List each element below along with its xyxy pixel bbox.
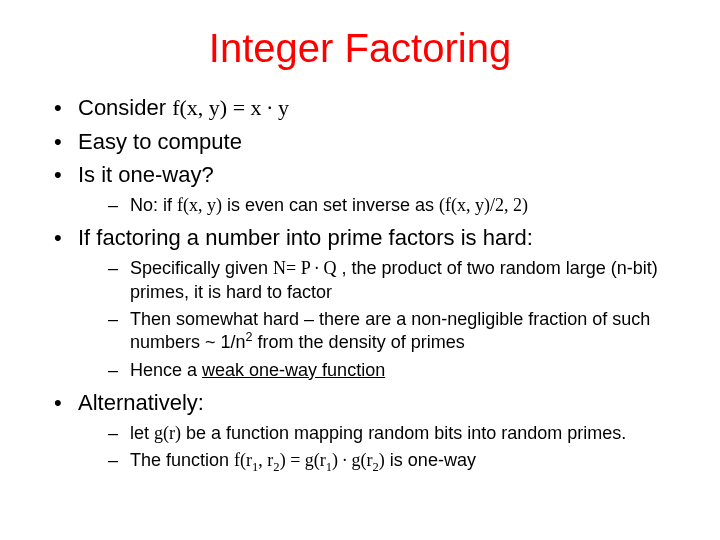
- sublist: No: if f(x, y) is even can set inverse a…: [78, 194, 680, 217]
- expr: (f(x, y)/2, 2): [439, 195, 528, 215]
- slide-title: Integer Factoring: [40, 26, 680, 71]
- expr: g(r): [154, 423, 181, 443]
- underline-weak: weak one-way function: [202, 360, 385, 380]
- text: Hence a: [130, 360, 202, 380]
- sub-let-gr: let g(r) be a function mapping random bi…: [78, 422, 680, 445]
- bullet-oneway: Is it one-way? No: if f(x, y) is even ca…: [40, 160, 680, 217]
- text: from the density of primes: [253, 332, 465, 352]
- text: is one-way: [385, 450, 476, 470]
- sub-hence: Hence a weak one-way function: [78, 359, 680, 382]
- expr: N= P · Q: [273, 258, 337, 278]
- text: If factoring a number into prime factors…: [78, 225, 533, 250]
- expr: f(x, y) = x · y: [172, 95, 289, 120]
- bullet-easy: Easy to compute: [40, 127, 680, 157]
- sublist: let g(r) be a function mapping random bi…: [78, 422, 680, 473]
- text: Alternatively:: [78, 390, 204, 415]
- text: No: if: [130, 195, 177, 215]
- bullet-consider: Consider f(x, y) = x · y: [40, 93, 680, 123]
- bullet-alternatively: Alternatively: let g(r) be a function ma…: [40, 388, 680, 472]
- sub-somewhat-hard: Then somewhat hard – there are a non-neg…: [78, 308, 680, 355]
- text: The function: [130, 450, 234, 470]
- t: ) = g(r: [280, 450, 326, 470]
- bullet-factoring-hard: If factoring a number into prime factors…: [40, 223, 680, 382]
- expr: f(x, y): [177, 195, 222, 215]
- sub-no: No: if f(x, y) is even can set inverse a…: [78, 194, 680, 217]
- t: ) · g(r: [332, 450, 372, 470]
- t: f(r: [234, 450, 252, 470]
- t: , r: [258, 450, 273, 470]
- sub-the-function: The function f(r1, r2) = g(r1) · g(r2) i…: [78, 449, 680, 472]
- slide: Integer Factoring Consider f(x, y) = x ·…: [0, 0, 720, 499]
- text: Easy to compute: [78, 129, 242, 154]
- text: let: [130, 423, 154, 443]
- text: is even can set inverse as: [222, 195, 439, 215]
- text: Is it one-way?: [78, 162, 214, 187]
- text: Specifically given: [130, 258, 273, 278]
- exponent: 2: [246, 330, 253, 344]
- bullet-list: Consider f(x, y) = x · y Easy to compute…: [40, 93, 680, 473]
- text: Consider: [78, 95, 172, 120]
- text: be a function mapping random bits into r…: [181, 423, 626, 443]
- sublist: Specifically given N= P · Q , the produc…: [78, 257, 680, 382]
- expr: f(r1, r2) = g(r1) · g(r2): [234, 450, 385, 470]
- sub-specifically: Specifically given N= P · Q , the produc…: [78, 257, 680, 304]
